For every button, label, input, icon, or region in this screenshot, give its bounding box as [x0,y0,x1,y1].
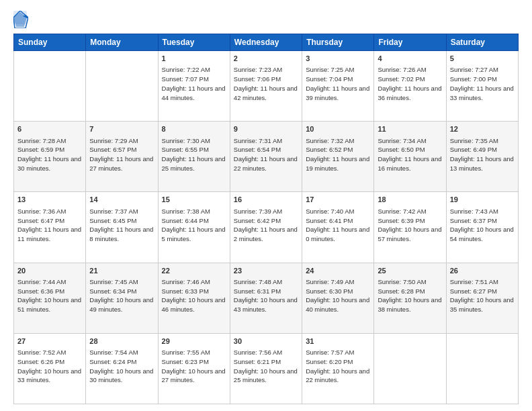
day-number: 6 [17,124,82,134]
calendar-cell: 26Sunrise: 7:51 AM Sunset: 6:27 PM Dayli… [446,263,518,333]
calendar-cell: 1Sunrise: 7:22 AM Sunset: 7:07 PM Daylig… [158,51,230,122]
calendar-cell [86,51,158,122]
day-info: Sunrise: 7:23 AM Sunset: 7:06 PM Dayligh… [234,65,298,102]
calendar-cell: 10Sunrise: 7:32 AM Sunset: 6:52 PM Dayli… [302,122,374,192]
logo [13,11,31,28]
calendar-cell: 4Sunrise: 7:26 AM Sunset: 7:02 PM Daylig… [374,51,446,122]
calendar-header-row: SundayMondayTuesdayWednesdayThursdayFrid… [14,34,519,51]
day-number: 28 [89,336,154,347]
day-info: Sunrise: 7:38 AM Sunset: 6:44 PM Dayligh… [162,207,226,244]
page: SundayMondayTuesdayWednesdayThursdayFrid… [0,0,532,411]
day-number: 26 [450,266,515,276]
calendar-cell: 11Sunrise: 7:34 AM Sunset: 6:50 PM Dayli… [374,122,446,192]
calendar-cell: 7Sunrise: 7:29 AM Sunset: 6:57 PM Daylig… [86,122,158,192]
day-number: 17 [306,195,370,205]
day-info: Sunrise: 7:45 AM Sunset: 6:34 PM Dayligh… [89,277,154,314]
day-info: Sunrise: 7:36 AM Sunset: 6:47 PM Dayligh… [17,207,82,244]
calendar-cell: 22Sunrise: 7:46 AM Sunset: 6:33 PM Dayli… [158,263,230,333]
day-number: 24 [306,266,370,276]
day-info: Sunrise: 7:49 AM Sunset: 6:30 PM Dayligh… [306,277,370,314]
day-info: Sunrise: 7:56 AM Sunset: 6:21 PM Dayligh… [234,348,298,385]
day-number: 5 [450,54,515,64]
calendar-cell: 13Sunrise: 7:36 AM Sunset: 6:47 PM Dayli… [14,192,86,263]
day-number: 15 [162,195,226,205]
calendar-cell: 24Sunrise: 7:49 AM Sunset: 6:30 PM Dayli… [302,263,374,333]
calendar-cell: 31Sunrise: 7:57 AM Sunset: 6:20 PM Dayli… [302,333,374,404]
day-number: 9 [234,124,298,134]
calendar-cell: 28Sunrise: 7:54 AM Sunset: 6:24 PM Dayli… [86,333,158,404]
day-info: Sunrise: 7:35 AM Sunset: 6:49 PM Dayligh… [450,136,515,173]
calendar-cell: 23Sunrise: 7:48 AM Sunset: 6:31 PM Dayli… [230,263,302,333]
calendar-cell: 18Sunrise: 7:42 AM Sunset: 6:39 PM Dayli… [374,192,446,263]
day-info: Sunrise: 7:51 AM Sunset: 6:27 PM Dayligh… [450,277,515,314]
day-info: Sunrise: 7:43 AM Sunset: 6:37 PM Dayligh… [450,207,515,244]
weekday-header-friday: Friday [374,34,446,51]
calendar-cell: 3Sunrise: 7:25 AM Sunset: 7:04 PM Daylig… [302,51,374,122]
calendar-cell: 16Sunrise: 7:39 AM Sunset: 6:42 PM Dayli… [230,192,302,263]
calendar-cell: 12Sunrise: 7:35 AM Sunset: 6:49 PM Dayli… [446,122,518,192]
day-number: 18 [378,195,442,205]
day-info: Sunrise: 7:40 AM Sunset: 6:41 PM Dayligh… [306,207,370,244]
day-info: Sunrise: 7:39 AM Sunset: 6:42 PM Dayligh… [234,207,298,244]
calendar-cell: 5Sunrise: 7:27 AM Sunset: 7:00 PM Daylig… [446,51,518,122]
day-info: Sunrise: 7:28 AM Sunset: 6:59 PM Dayligh… [17,136,82,173]
weekday-header-tuesday: Tuesday [158,34,230,51]
day-number: 25 [378,266,442,276]
day-number: 31 [306,336,370,347]
weekday-header-saturday: Saturday [446,34,518,51]
calendar-cell: 17Sunrise: 7:40 AM Sunset: 6:41 PM Dayli… [302,192,374,263]
calendar-cell: 9Sunrise: 7:31 AM Sunset: 6:54 PM Daylig… [230,122,302,192]
day-info: Sunrise: 7:30 AM Sunset: 6:55 PM Dayligh… [162,136,226,173]
week-row-2: 6Sunrise: 7:28 AM Sunset: 6:59 PM Daylig… [14,122,519,192]
weekday-header-thursday: Thursday [302,34,374,51]
calendar-cell: 27Sunrise: 7:52 AM Sunset: 6:26 PM Dayli… [14,333,86,404]
calendar-cell [446,333,518,404]
day-number: 11 [378,124,442,134]
day-number: 14 [89,195,154,205]
weekday-header-wednesday: Wednesday [230,34,302,51]
day-info: Sunrise: 7:54 AM Sunset: 6:24 PM Dayligh… [89,348,154,385]
day-number: 3 [306,54,370,64]
day-number: 30 [234,336,298,347]
day-number: 20 [17,266,82,276]
day-info: Sunrise: 7:25 AM Sunset: 7:04 PM Dayligh… [306,65,370,102]
day-number: 8 [162,124,226,134]
calendar-cell [374,333,446,404]
day-info: Sunrise: 7:46 AM Sunset: 6:33 PM Dayligh… [162,277,226,314]
calendar-cell: 14Sunrise: 7:37 AM Sunset: 6:45 PM Dayli… [86,192,158,263]
week-row-3: 13Sunrise: 7:36 AM Sunset: 6:47 PM Dayli… [14,192,519,263]
day-info: Sunrise: 7:52 AM Sunset: 6:26 PM Dayligh… [17,348,82,385]
weekday-header-sunday: Sunday [14,34,86,51]
day-info: Sunrise: 7:44 AM Sunset: 6:36 PM Dayligh… [17,277,82,314]
calendar-cell: 20Sunrise: 7:44 AM Sunset: 6:36 PM Dayli… [14,263,86,333]
day-number: 4 [378,54,442,64]
week-row-4: 20Sunrise: 7:44 AM Sunset: 6:36 PM Dayli… [14,263,519,333]
day-info: Sunrise: 7:37 AM Sunset: 6:45 PM Dayligh… [89,207,154,244]
day-number: 29 [162,336,226,347]
day-info: Sunrise: 7:48 AM Sunset: 6:31 PM Dayligh… [234,277,298,314]
day-info: Sunrise: 7:57 AM Sunset: 6:20 PM Dayligh… [306,348,370,385]
weekday-header-monday: Monday [86,34,158,51]
day-number: 21 [89,266,154,276]
calendar-cell: 21Sunrise: 7:45 AM Sunset: 6:34 PM Dayli… [86,263,158,333]
day-number: 12 [450,124,515,134]
calendar-cell: 15Sunrise: 7:38 AM Sunset: 6:44 PM Dayli… [158,192,230,263]
day-info: Sunrise: 7:26 AM Sunset: 7:02 PM Dayligh… [378,65,442,102]
day-info: Sunrise: 7:50 AM Sunset: 6:28 PM Dayligh… [378,277,442,314]
calendar-table: SundayMondayTuesdayWednesdayThursdayFrid… [13,34,519,404]
day-info: Sunrise: 7:31 AM Sunset: 6:54 PM Dayligh… [234,136,298,173]
day-number: 16 [234,195,298,205]
day-number: 7 [89,124,154,134]
day-info: Sunrise: 7:22 AM Sunset: 7:07 PM Dayligh… [162,65,226,102]
week-row-1: 1Sunrise: 7:22 AM Sunset: 7:07 PM Daylig… [14,51,519,122]
day-info: Sunrise: 7:32 AM Sunset: 6:52 PM Dayligh… [306,136,370,173]
calendar-cell: 6Sunrise: 7:28 AM Sunset: 6:59 PM Daylig… [14,122,86,192]
day-number: 2 [234,54,298,64]
day-info: Sunrise: 7:55 AM Sunset: 6:23 PM Dayligh… [162,348,226,385]
calendar-cell: 30Sunrise: 7:56 AM Sunset: 6:21 PM Dayli… [230,333,302,404]
header [13,11,519,28]
calendar-cell: 2Sunrise: 7:23 AM Sunset: 7:06 PM Daylig… [230,51,302,122]
day-number: 10 [306,124,370,134]
day-info: Sunrise: 7:34 AM Sunset: 6:50 PM Dayligh… [378,136,442,173]
day-info: Sunrise: 7:29 AM Sunset: 6:57 PM Dayligh… [89,136,154,173]
